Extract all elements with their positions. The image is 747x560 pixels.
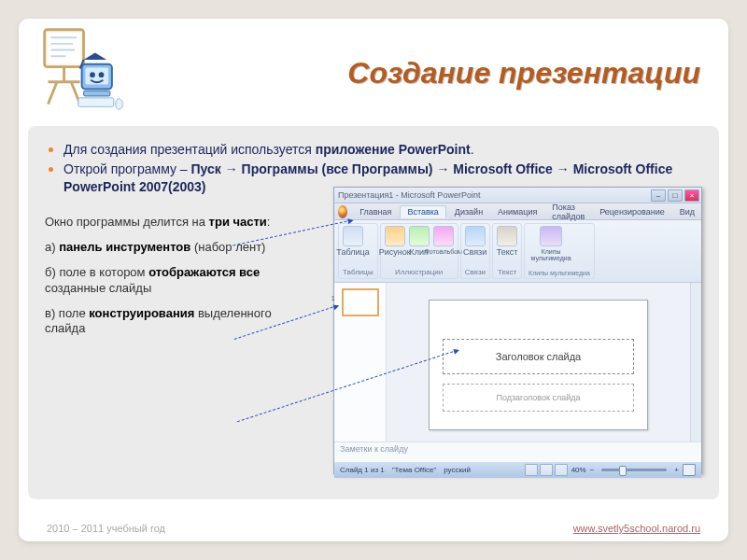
window-title: Презентация1 - Microsoft PowerPoint [338, 190, 480, 200]
three-parts-paragraph: Окно программы делится на три части: а) … [45, 215, 288, 337]
teacher-computer-clipart [39, 24, 128, 113]
bullet-app: Для создания презентаций используется пр… [63, 139, 702, 159]
tab-design[interactable]: Дизайн [448, 206, 489, 217]
svg-point-14 [116, 99, 123, 109]
close-button[interactable]: × [684, 189, 699, 202]
maximize-button[interactable]: □ [668, 189, 683, 202]
picture-icon [385, 226, 405, 246]
ribbon: Таблица Таблицы Рисунок Клип Фотоальбом … [334, 220, 701, 283]
ribbon-group-links: Связи Связи [460, 223, 490, 279]
slide-body: Для создания презентаций используется пр… [28, 126, 719, 499]
zoom-slider[interactable] [601, 469, 667, 471]
text-button[interactable]: Текст [497, 226, 517, 257]
powerpoint-screenshot: Презентация1 - Microsoft PowerPoint – □ … [333, 187, 702, 474]
zoom-percent: 40% [571, 466, 586, 474]
svg-marker-11 [84, 52, 107, 60]
links-icon [465, 226, 486, 246]
tab-home[interactable]: Главная [353, 206, 398, 217]
slide-footer: 2010 – 2011 учебный год www.svetly5schoo… [19, 523, 728, 534]
slide-thumbnail-1[interactable] [342, 288, 379, 316]
tab-review[interactable]: Рецензирование [593, 206, 671, 217]
slide-header: Создание презентации [19, 19, 728, 126]
zoom-in-button[interactable]: + [674, 466, 679, 474]
media-icon [540, 226, 562, 246]
ribbon-tabs: Главная Вставка Дизайн Анимация Показ сл… [334, 203, 701, 220]
svg-point-10 [99, 72, 105, 77]
media-button[interactable]: Клипы мультимедиа [529, 226, 573, 261]
clip-icon [409, 226, 430, 246]
ribbon-group-illustrations: Рисунок Клип Фотоальбом Иллюстрации [380, 223, 458, 279]
thumbnail-pane[interactable]: 1 [334, 283, 387, 441]
tab-view[interactable]: Вид [673, 206, 701, 217]
tab-insert[interactable]: Вставка [400, 205, 445, 218]
lesson-slide: Создание презентации Для создания презен… [19, 19, 728, 541]
view-buttons[interactable] [525, 464, 568, 476]
footer-year: 2010 – 2011 учебный год [47, 523, 165, 534]
footer-link[interactable]: www.svetly5school.narod.ru [573, 523, 700, 534]
status-bar: Слайд 1 из 1 "Тема Office" русский 40% −… [334, 462, 701, 478]
picture-button[interactable]: Рисунок [385, 226, 405, 257]
svg-rect-13 [78, 98, 114, 107]
window-titlebar: Презентация1 - Microsoft PowerPoint – □ … [334, 188, 701, 203]
photoalbum-button[interactable]: Фотоальбом [433, 226, 454, 257]
tab-animation[interactable]: Анимация [491, 206, 543, 217]
table-icon [343, 226, 363, 246]
office-button[interactable] [338, 205, 347, 218]
zoom-out-button[interactable]: − [590, 466, 595, 474]
slide-canvas[interactable]: Заголовок слайда Подзаголовок слайда [387, 283, 690, 441]
vertical-scrollbar[interactable] [690, 283, 701, 441]
status-slide-count: Слайд 1 из 1 [340, 466, 385, 474]
title-placeholder[interactable]: Заголовок слайда [443, 339, 634, 374]
svg-line-3 [49, 82, 58, 105]
links-button[interactable]: Связи [465, 226, 486, 257]
workspace: 1 Заголовок слайда Подзаголовок слайда [334, 283, 701, 441]
svg-rect-8 [84, 91, 111, 96]
ribbon-group-media: Клипы мультимедиа Клипы мультимедиа [524, 223, 595, 279]
svg-point-9 [90, 72, 95, 77]
part-b: б) поле в котором отображаются все созда… [45, 265, 288, 297]
ribbon-group-text: Текст Текст [492, 223, 522, 279]
page-title: Создание презентации [347, 56, 700, 91]
text-icon [497, 226, 517, 246]
minimize-button[interactable]: – [651, 189, 666, 202]
photoalbum-icon [433, 226, 454, 246]
status-theme: "Тема Office" [392, 466, 437, 474]
table-button[interactable]: Таблица [343, 226, 363, 257]
status-language: русский [444, 466, 471, 474]
subtitle-placeholder[interactable]: Подзаголовок слайда [443, 384, 634, 412]
tab-slideshow[interactable]: Показ слайдов [545, 202, 591, 222]
ribbon-group-tables: Таблица Таблицы [338, 223, 378, 279]
window-controls: – □ × [651, 189, 699, 202]
part-a: а) панель инструментов (набор лент) [45, 240, 288, 256]
notes-pane[interactable]: Заметки к слайду [334, 441, 701, 462]
fit-button[interactable] [683, 464, 696, 476]
slide-edit[interactable]: Заголовок слайда Подзаголовок слайда [429, 300, 648, 430]
